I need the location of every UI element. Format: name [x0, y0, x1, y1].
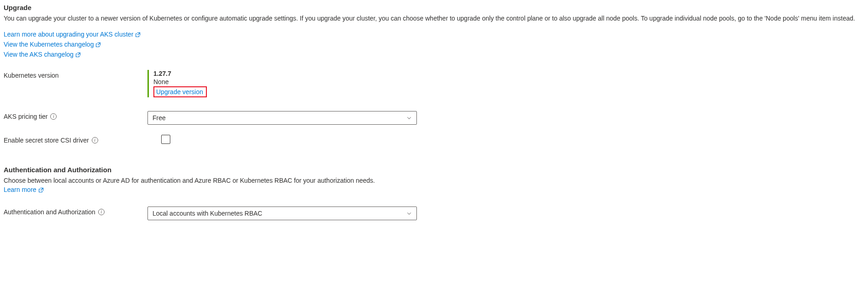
- auth-description: Choose between local accounts or Azure A…: [4, 176, 405, 194]
- kube-version-label: Kubernetes version: [4, 70, 147, 79]
- label-text: AKS pricing tier: [4, 113, 47, 120]
- select-value: Free: [153, 114, 166, 122]
- auth-section: Authentication and Authorization Choose …: [4, 166, 864, 220]
- label-text: Authentication and Authorization: [4, 208, 95, 216]
- link-text: View the Kubernetes changelog: [4, 41, 94, 48]
- chevron-down-icon: [406, 115, 412, 121]
- info-icon[interactable]: i: [98, 209, 105, 215]
- auth-learn-more-link[interactable]: Learn more: [4, 185, 44, 195]
- upgrade-version-link[interactable]: Upgrade version: [156, 88, 203, 95]
- auth-select[interactable]: Local accounts with Kubernetes RBAC: [147, 207, 417, 220]
- chevron-down-icon: [406, 211, 412, 216]
- auth-heading: Authentication and Authorization: [4, 166, 864, 174]
- csi-driver-label: Enable secret store CSI driver i: [4, 135, 147, 144]
- desc-text: Choose between local accounts or Azure A…: [4, 177, 375, 184]
- kube-version-subtext: None: [153, 78, 207, 85]
- link-text: Learn more about upgrading your AKS clus…: [4, 31, 133, 38]
- kube-version-value: 1.27.7: [153, 70, 207, 77]
- select-value: Local accounts with Kubernetes RBAC: [153, 210, 262, 217]
- info-icon[interactable]: i: [50, 113, 57, 120]
- link-text: Learn more: [4, 185, 37, 195]
- external-link-icon: [135, 32, 141, 37]
- auth-field-label: Authentication and Authorization i: [4, 207, 147, 216]
- kube-version-block: 1.27.7 None Upgrade version: [147, 70, 207, 97]
- learn-more-upgrading-link[interactable]: Learn more about upgrading your AKS clus…: [4, 30, 864, 39]
- kube-changelog-link[interactable]: View the Kubernetes changelog: [4, 40, 864, 49]
- external-link-icon: [75, 52, 81, 58]
- upgrade-version-highlight: Upgrade version: [153, 86, 207, 97]
- upgrade-heading: Upgrade: [4, 4, 864, 11]
- label-text: Kubernetes version: [4, 72, 59, 79]
- external-link-icon: [38, 187, 44, 193]
- info-icon[interactable]: i: [92, 137, 98, 143]
- pricing-tier-select[interactable]: Free: [147, 111, 417, 125]
- upgrade-description: You can upgrade your cluster to a newer …: [4, 14, 862, 23]
- csi-driver-checkbox[interactable]: [161, 135, 170, 144]
- external-link-icon: [95, 42, 101, 48]
- link-text: View the AKS changelog: [4, 51, 74, 58]
- upgrade-section: Upgrade You can upgrade your cluster to …: [4, 4, 864, 144]
- pricing-tier-label: AKS pricing tier i: [4, 111, 147, 120]
- aks-changelog-link[interactable]: View the AKS changelog: [4, 50, 864, 59]
- label-text: Enable secret store CSI driver: [4, 137, 89, 144]
